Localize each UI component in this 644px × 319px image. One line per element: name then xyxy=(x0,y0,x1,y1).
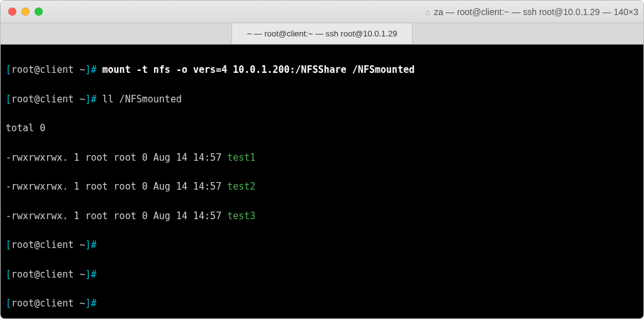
close-icon[interactable] xyxy=(8,8,16,16)
terminal-line: [root@client ~]# xyxy=(6,296,638,311)
home-icon: ⌂ xyxy=(425,7,430,17)
tab-active[interactable]: ~ — root@client:~ — ssh root@10.0.1.29 xyxy=(231,23,413,44)
terminal-line: [root@client ~]# xyxy=(6,238,638,252)
command-text: ll /NFSmounted xyxy=(103,94,182,105)
traffic-lights xyxy=(8,8,43,16)
tab-label: ~ — root@client:~ — ssh root@10.0.1.29 xyxy=(247,29,397,38)
file-name: test3 xyxy=(227,210,255,222)
terminal-window: ⌂ za — root@client:~ — ssh root@10.0.1.2… xyxy=(0,0,644,319)
titlebar: ⌂ za — root@client:~ — ssh root@10.0.1.2… xyxy=(1,1,643,23)
terminal-line: [root@client ~]# ll /NFSmounted xyxy=(6,92,638,107)
terminal-body[interactable]: [root@client ~]# mount -t nfs -o vers=4 … xyxy=(1,45,643,318)
terminal-line: -rwxrwxrwx. 1 root root 0 Aug 14 14:57 t… xyxy=(6,209,638,224)
file-name: test1 xyxy=(227,152,255,163)
window-title: ⌂ za — root@client:~ — ssh root@10.0.1.2… xyxy=(425,1,638,23)
terminal-line: [root@client ~]# mount -t nfs -o vers=4 … xyxy=(6,63,638,77)
tab-bar: ~ — root@client:~ — ssh root@10.0.1.29 xyxy=(1,23,643,45)
minimize-icon[interactable] xyxy=(21,8,30,16)
terminal-line: [root@client ~]# xyxy=(6,268,638,282)
window-title-text: za — root@client:~ — ssh root@10.0.1.29 … xyxy=(434,7,638,17)
terminal-line: total 0 xyxy=(6,121,638,136)
command-text: mount -t nfs -o vers=4 10.0.1.200:/NFSSh… xyxy=(103,64,415,75)
terminal-line: -rwxrwxrwx. 1 root root 0 Aug 14 14:57 t… xyxy=(6,151,638,165)
zoom-icon[interactable] xyxy=(35,8,43,16)
terminal-line: -rwxrwxrwx. 1 root root 0 Aug 14 14:57 t… xyxy=(6,180,638,194)
file-name: test2 xyxy=(227,181,255,192)
